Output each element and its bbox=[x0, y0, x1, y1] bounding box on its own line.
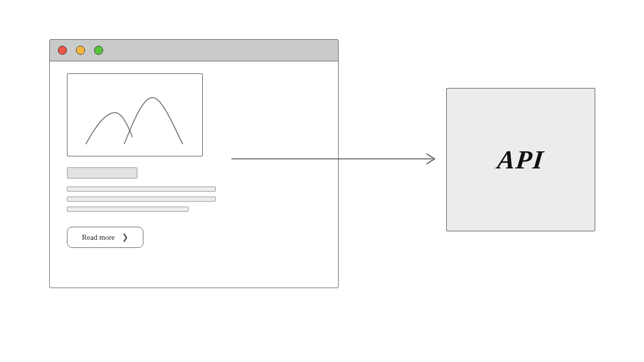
api-box: API bbox=[446, 88, 595, 231]
window-minimize-dot[interactable] bbox=[76, 46, 85, 55]
window-close-dot[interactable] bbox=[58, 46, 67, 55]
window-titlebar bbox=[50, 40, 338, 61]
arrow-right-icon bbox=[231, 149, 443, 169]
api-label: API bbox=[496, 145, 546, 174]
text-line-skeleton bbox=[67, 207, 189, 212]
read-more-button[interactable]: Read more ❯ bbox=[67, 227, 143, 248]
title-skeleton bbox=[67, 167, 137, 178]
diagram-stage: Read more ❯ API bbox=[0, 0, 644, 362]
mountains-icon bbox=[82, 94, 188, 149]
chevron-right-icon: ❯ bbox=[122, 233, 128, 241]
hero-image-placeholder bbox=[67, 73, 203, 156]
text-line-skeleton bbox=[67, 187, 216, 192]
read-more-label: Read more bbox=[82, 233, 115, 242]
text-line-skeleton bbox=[67, 197, 216, 202]
window-zoom-dot[interactable] bbox=[94, 46, 103, 55]
